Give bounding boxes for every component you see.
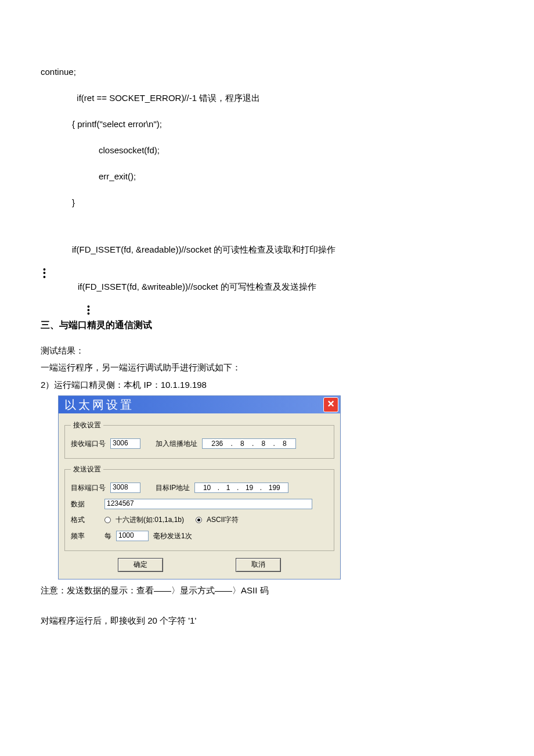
receive-settings-group: 接收设置 接收端口号 3006 加入组播地址 236. 8. 8. 8 xyxy=(64,420,334,459)
code-line: { printf("select error\n"); xyxy=(41,116,493,132)
frequency-label: 频率 xyxy=(71,531,100,541)
target-port-input[interactable]: 3008 xyxy=(110,483,140,493)
vertical-ellipsis-icon: ••• xyxy=(41,305,493,316)
hex-radio[interactable] xyxy=(104,517,111,523)
ip-octet: 10 xyxy=(203,484,211,492)
hex-radio-label: 十六进制(如:01,1a,1b) xyxy=(116,515,184,525)
paragraph: 测试结果： xyxy=(41,343,493,358)
section-heading: 三、与端口精灵的通信测试 xyxy=(41,319,493,332)
ascii-radio[interactable] xyxy=(196,517,202,523)
paragraph: 一端运行程序，另一端运行调试助手进行测试如下： xyxy=(41,360,493,375)
code-line: if(FD_ISSET(fd, &readable))//socket 的可读性… xyxy=(41,242,493,257)
dialog-titlebar[interactable]: 以太网设置 × xyxy=(59,396,340,413)
format-label: 格式 xyxy=(71,515,100,525)
vertical-ellipsis-icon: ••• xyxy=(41,268,493,279)
send-settings-group: 发送设置 目标端口号 3008 目标IP地址 10. 1. 19. 199 数据… xyxy=(64,465,334,551)
code-line: closesocket(fd); xyxy=(41,142,493,158)
paragraph: 对端程序运行后，即接收到 20 个字符 '1' xyxy=(41,613,493,628)
ok-button[interactable]: 确定 xyxy=(118,558,163,572)
group-legend: 接收设置 xyxy=(71,420,103,430)
every-label: 每 xyxy=(104,531,111,541)
note-text: 注意：发送数据的显示：查看——〉显示方式——〉ASII 码 xyxy=(41,583,493,598)
code-line: } xyxy=(41,195,493,210)
dialog-title: 以太网设置 xyxy=(64,397,134,413)
cancel-button[interactable]: 取消 xyxy=(236,558,281,572)
dialog-body: 接收设置 接收端口号 3006 加入组播地址 236. 8. 8. 8 发送设置 xyxy=(59,413,340,579)
code-line: continue; xyxy=(41,64,493,80)
paragraph: 2）运行端口精灵侧：本机 IP：10.1.19.198 xyxy=(41,377,493,393)
recv-port-label: 接收端口号 xyxy=(71,439,106,449)
ip-octet: 8 xyxy=(240,440,244,448)
ip-octet: 19 xyxy=(246,484,253,492)
multicast-ip-input[interactable]: 236. 8. 8. 8 xyxy=(202,438,296,449)
interval-input[interactable]: 1000 xyxy=(116,531,149,541)
code-line: if(ret == SOCKET_ERROR)//-1 错误，程序退出 xyxy=(41,90,493,106)
ascii-radio-label: ASCII字符 xyxy=(207,515,239,525)
group-legend: 发送设置 xyxy=(71,465,103,474)
ip-octet: 1 xyxy=(226,484,230,492)
target-ip-label: 目标IP地址 xyxy=(156,483,190,493)
ip-octet: 199 xyxy=(269,484,280,492)
data-input[interactable]: 1234567 xyxy=(104,499,312,509)
code-line: if(FD_ISSET(fd, &writeable))//socket 的可写… xyxy=(41,279,493,294)
document-page: continue; if(ret == SOCKET_ERROR)//-1 错误… xyxy=(0,0,534,653)
target-port-label: 目标端口号 xyxy=(71,483,106,493)
data-label: 数据 xyxy=(71,499,100,509)
code-line: err_exit(); xyxy=(41,168,493,184)
ip-octet: 8 xyxy=(262,440,266,448)
ip-octet: 236 xyxy=(211,440,223,448)
target-ip-input[interactable]: 10. 1. 19. 199 xyxy=(194,483,288,493)
multicast-label: 加入组播地址 xyxy=(156,439,197,449)
ms-suffix-label: 毫秒发送1次 xyxy=(153,531,192,541)
ip-octet: 8 xyxy=(283,440,287,448)
ethernet-settings-dialog: 以太网设置 × 接收设置 接收端口号 3006 加入组播地址 236. 8. 8… xyxy=(58,395,341,579)
recv-port-input[interactable]: 3006 xyxy=(110,438,140,449)
close-icon[interactable]: × xyxy=(323,397,338,412)
